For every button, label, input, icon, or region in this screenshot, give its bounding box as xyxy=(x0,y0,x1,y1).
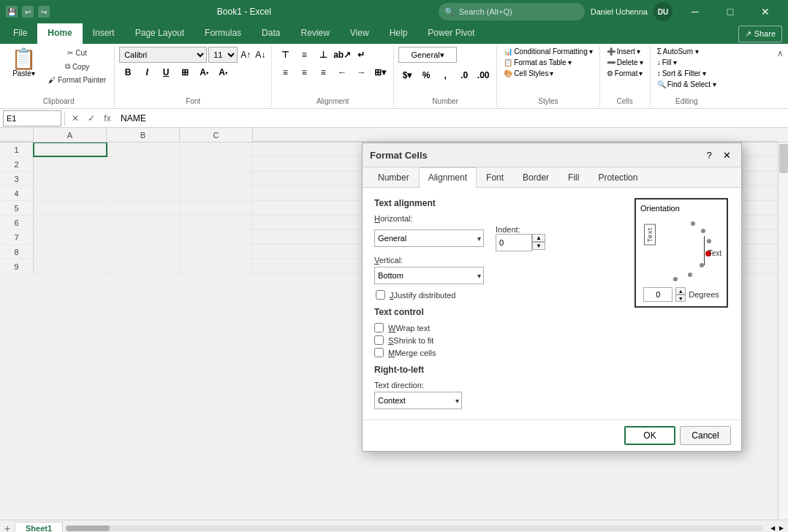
ok-button[interactable]: OK xyxy=(624,426,675,445)
degrees-input[interactable] xyxy=(643,287,673,302)
dialog-tab-fill[interactable]: Fill xyxy=(558,167,588,188)
orientation-title: Orientation xyxy=(640,204,680,213)
orientation-panel: Orientation Text xyxy=(634,198,730,409)
indent-input-row: ▲ ▼ xyxy=(496,234,545,251)
horizontal-row: General Left Center Right Indent: xyxy=(374,225,626,251)
dialog-tab-bar: Number Alignment Font Border Fill Protec… xyxy=(363,167,741,188)
justify-distributed-checkbox[interactable] xyxy=(376,290,385,300)
dialog-close-button[interactable]: ✕ xyxy=(719,148,734,162)
orientation-box: Orientation Text xyxy=(634,198,728,308)
shrink-to-fit-row: SShrink to fit xyxy=(374,335,626,345)
indent-field: Indent: ▲ ▼ xyxy=(496,225,545,251)
dialog-body: Text alignment Horizontal: General Left … xyxy=(363,188,741,419)
degrees-up-button[interactable]: ▲ xyxy=(675,287,686,294)
dialog-title: Format Cells xyxy=(370,150,428,161)
indent-up-button[interactable]: ▲ xyxy=(532,234,545,242)
degrees-label: Degrees xyxy=(689,290,719,299)
dialog-overlay: Format Cells ? ✕ Number Alignment Font B… xyxy=(0,0,788,532)
shrink-to-fit-label[interactable]: SShrink to fit xyxy=(388,336,433,345)
orient-dot-1 xyxy=(691,221,695,226)
dialog-tab-number[interactable]: Number xyxy=(368,167,419,188)
indent-down-button[interactable]: ▼ xyxy=(532,242,545,250)
text-control-section-title: Text control xyxy=(374,307,626,317)
indent-spinner: ▲ ▼ xyxy=(532,234,545,251)
dialog-footer: OK Cancel xyxy=(363,419,741,451)
justify-distributed-row: JJustify distributed xyxy=(376,290,626,300)
indent-label: Indent: xyxy=(496,225,545,234)
wrap-text-checkbox[interactable] xyxy=(374,323,384,332)
vertical-select-wrapper: Top Center Bottom Justify Distributed xyxy=(374,267,484,284)
format-cells-dialog: Format Cells ? ✕ Number Alignment Font B… xyxy=(362,142,742,452)
orientation-visual: Text Text xyxy=(641,216,721,284)
justify-distributed-label[interactable]: JJustify distributed xyxy=(390,291,455,300)
orient-dot-3 xyxy=(707,239,711,243)
dialog-titlebar: Format Cells ? ✕ xyxy=(363,143,741,167)
degrees-down-button[interactable]: ▼ xyxy=(675,294,686,302)
orient-dot-2 xyxy=(701,229,705,233)
vertical-field: Vertical: Top Center Bottom Justify Dist… xyxy=(374,256,626,284)
horizontal-field: Horizontal: General Left Center Right xyxy=(374,214,626,251)
dialog-left-panel: Text alignment Horizontal: General Left … xyxy=(374,198,626,409)
horizontal-label: Horizontal: xyxy=(374,214,626,223)
horizontal-select[interactable]: General Left Center Right xyxy=(374,229,484,247)
wrap-text-row: WWrap text xyxy=(374,323,626,332)
orient-dot-6 xyxy=(688,273,692,277)
degrees-spinner: ▲ ▼ xyxy=(675,287,686,302)
orient-vertical-text: Text xyxy=(644,224,656,246)
horizontal-select-wrapper: General Left Center Right xyxy=(374,229,484,247)
text-direction-label: Text direction: xyxy=(374,381,626,390)
shrink-to-fit-checkbox[interactable] xyxy=(374,335,384,345)
dialog-tab-border[interactable]: Border xyxy=(513,167,558,188)
merge-cells-checkbox[interactable] xyxy=(374,348,384,357)
vertical-label: Vertical: xyxy=(374,256,626,265)
dialog-help-button[interactable]: ? xyxy=(702,148,716,162)
text-direction-select[interactable]: Context Left-to-Right Right-to-Left xyxy=(374,392,462,409)
dialog-controls: ? ✕ xyxy=(702,148,734,162)
vertical-select[interactable]: Top Center Bottom Justify Distributed xyxy=(374,267,484,284)
merge-cells-row: MMerge cells xyxy=(374,348,626,357)
dialog-tab-protection[interactable]: Protection xyxy=(588,167,647,188)
text-direction-select-wrapper: Context Left-to-Right Right-to-Left xyxy=(374,392,462,409)
rtl-section-title: Right-to-left xyxy=(374,365,626,375)
text-direction-field: Text direction: Context Left-to-Right Ri… xyxy=(374,381,626,409)
wrap-text-label[interactable]: WWrap text xyxy=(388,324,430,332)
indent-input[interactable] xyxy=(496,234,532,251)
merge-cells-label[interactable]: MMerge cells xyxy=(388,349,436,357)
text-alignment-section-title: Text alignment xyxy=(374,198,626,208)
orient-horizontal-text: Text xyxy=(708,249,721,257)
degrees-row: ▲ ▼ Degrees xyxy=(643,287,719,302)
dialog-tab-font[interactable]: Font xyxy=(477,167,513,188)
orient-dot-7 xyxy=(673,277,678,281)
orient-vertical-line xyxy=(704,236,705,265)
cancel-button[interactable]: Cancel xyxy=(680,426,731,445)
dialog-tab-alignment[interactable]: Alignment xyxy=(419,167,477,188)
